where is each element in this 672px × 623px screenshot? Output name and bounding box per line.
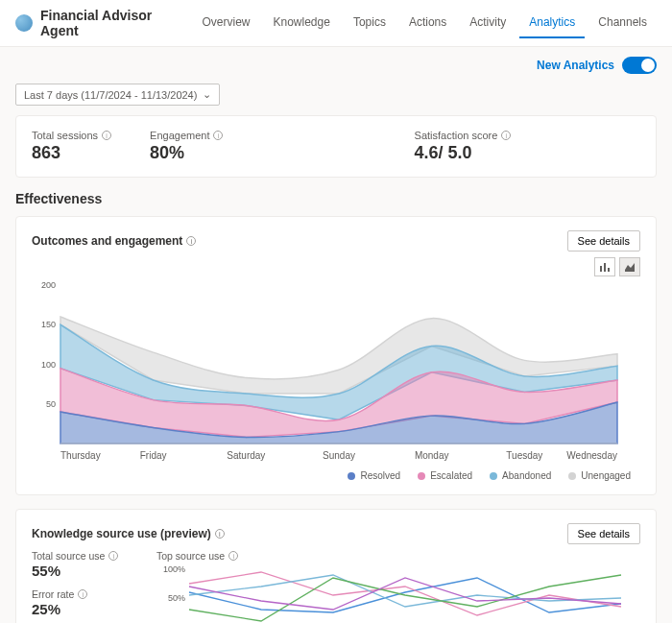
svg-text:Monday: Monday: [415, 450, 449, 461]
info-icon[interactable]: i: [213, 131, 223, 140]
knowledge-chart: 50%100%ThursdayFridaySaturdaySundayMonda…: [156, 565, 640, 623]
kpi-engagement: Engagementi 80%: [150, 130, 375, 163]
tab-actions[interactable]: Actions: [399, 8, 456, 38]
svg-rect-0: [600, 266, 602, 272]
svg-rect-1: [604, 263, 606, 272]
info-icon[interactable]: i: [186, 236, 196, 246]
svg-text:Wednesday: Wednesday: [566, 450, 617, 461]
error-rate-value: 25%: [32, 601, 137, 617]
svg-rect-2: [608, 268, 610, 272]
tab-topics[interactable]: Topics: [344, 8, 396, 38]
knowledge-card: Knowledge source use (preview)i See deta…: [15, 509, 657, 623]
info-icon[interactable]: i: [78, 589, 87, 599]
chevron-down-icon: ⌄: [203, 88, 211, 101]
error-rate-label: Error rate: [32, 588, 74, 600]
bot-icon: [15, 14, 33, 32]
new-analytics-toggle[interactable]: [622, 57, 657, 74]
info-icon[interactable]: i: [215, 529, 225, 539]
svg-text:Sunday: Sunday: [323, 450, 355, 461]
tab-overview[interactable]: Overview: [192, 8, 259, 38]
legend-abandoned: Abandoned: [490, 470, 551, 481]
outcomes-legend: ResolvedEscalatedAbandonedUnengaged: [32, 463, 640, 481]
svg-text:Tuesday: Tuesday: [506, 450, 542, 461]
kpi-card: Total sessionsi 863 Engagementi 80% Sati…: [15, 115, 657, 178]
kpi-satisfaction: Satisfaction scorei 4.6/ 5.0: [415, 130, 640, 163]
chart-bar-toggle[interactable]: [594, 257, 615, 276]
top-source-label: Top source use: [156, 550, 225, 562]
legend-unengaged: Unengaged: [568, 470, 631, 481]
outcomes-card: Outcomes and engagementi See details 501…: [15, 216, 657, 495]
chart-area-toggle[interactable]: [619, 257, 640, 276]
svg-text:150: 150: [41, 320, 56, 329]
knowledge-title: Knowledge source use (preview): [32, 527, 211, 540]
tab-analytics[interactable]: Analytics: [519, 8, 585, 38]
svg-text:50: 50: [46, 399, 56, 409]
svg-text:200: 200: [41, 280, 56, 290]
see-details-button[interactable]: See details: [567, 523, 640, 544]
kpi-engagement-label: Engagement: [150, 130, 209, 141]
tab-channels[interactable]: Channels: [588, 8, 657, 38]
new-analytics-label: New Analytics: [537, 59, 614, 72]
tab-knowledge[interactable]: Knowledge: [263, 8, 339, 38]
info-icon[interactable]: i: [501, 131, 511, 140]
kpi-engagement-value: 80%: [150, 143, 375, 163]
app-header: Financial Advisor Agent OverviewKnowledg…: [0, 0, 672, 47]
info-icon[interactable]: i: [228, 551, 238, 561]
new-analytics-row: New Analytics: [0, 47, 672, 84]
kpi-sessions-value: 863: [32, 143, 111, 163]
svg-text:100%: 100%: [163, 565, 185, 574]
page-title: Financial Advisor Agent: [40, 8, 177, 38]
svg-text:Saturday: Saturday: [227, 450, 265, 461]
svg-text:100: 100: [41, 360, 56, 370]
date-range-text: Last 7 days (11/7/2024 - 11/13/2024): [24, 89, 197, 101]
area-chart-icon: [625, 262, 635, 272]
svg-text:50%: 50%: [168, 593, 185, 603]
nav-tabs: OverviewKnowledgeTopicsActionsActivityAn…: [192, 8, 657, 38]
svg-text:Thursday: Thursday: [60, 450, 101, 461]
kpi-sessions-label: Total sessions: [32, 130, 98, 141]
see-details-button[interactable]: See details: [567, 230, 640, 252]
total-source-label: Total source use: [32, 550, 105, 562]
kpi-satisfaction-label: Satisfaction score: [415, 130, 498, 141]
outcomes-title: Outcomes and engagement: [32, 234, 182, 248]
kpi-satisfaction-value: 4.6/ 5.0: [415, 143, 640, 163]
tab-activity[interactable]: Activity: [460, 8, 516, 38]
effectiveness-heading: Effectiveness: [15, 191, 657, 206]
info-icon[interactable]: i: [108, 551, 118, 561]
legend-resolved: Resolved: [348, 470, 400, 481]
date-range-picker[interactable]: Last 7 days (11/7/2024 - 11/13/2024) ⌄: [15, 84, 220, 106]
kpi-sessions: Total sessionsi 863: [32, 130, 111, 163]
total-source-value: 55%: [32, 563, 137, 579]
outcomes-chart: 50100150200ThursdayFridaySaturdaySundayM…: [32, 280, 640, 463]
bar-chart-icon: [600, 262, 610, 272]
svg-text:Friday: Friday: [140, 450, 167, 461]
legend-escalated: Escalated: [418, 470, 472, 481]
info-icon[interactable]: i: [102, 131, 111, 140]
